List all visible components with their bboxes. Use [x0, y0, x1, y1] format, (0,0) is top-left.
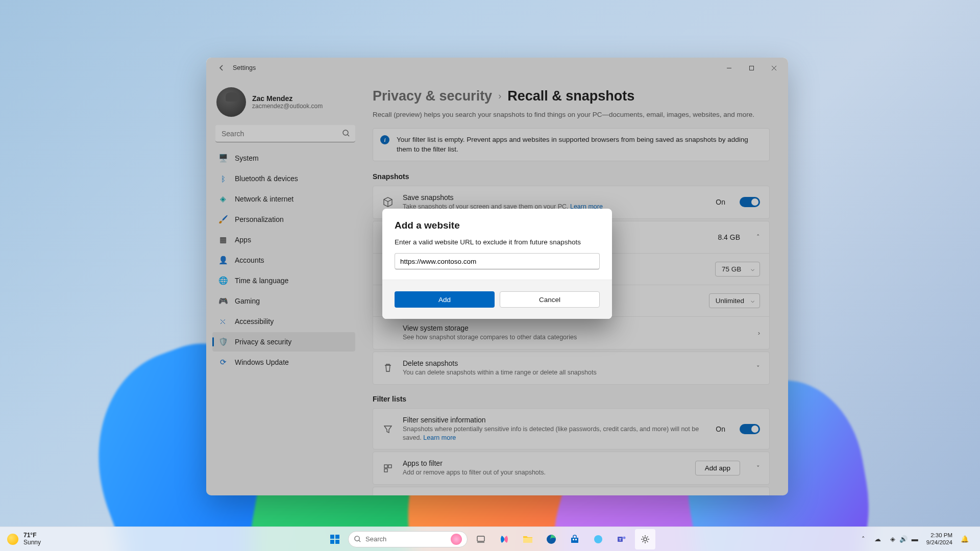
svg-rect-12 [477, 536, 484, 541]
svg-text:T: T [619, 537, 622, 542]
svg-rect-10 [335, 540, 339, 544]
wifi-tray-icon: ◈ [890, 535, 895, 543]
svg-rect-8 [335, 535, 339, 539]
task-view-icon[interactable] [471, 529, 491, 549]
weather-icon [7, 534, 18, 545]
svg-rect-13 [477, 542, 484, 542]
taskbar: 71°F Sunny Search T ˄ ☁ ◈ 🔊 ▬ 2:30 PM 9/… [0, 527, 980, 551]
notifications-icon[interactable]: 🔔 [957, 535, 973, 543]
svg-point-21 [644, 538, 647, 541]
svg-point-11 [355, 536, 359, 541]
file-explorer-icon[interactable] [518, 529, 538, 549]
svg-rect-15 [573, 539, 574, 540]
add-button[interactable]: Add [395, 291, 495, 308]
search-icon [354, 535, 361, 543]
battery-tray-icon: ▬ [912, 535, 918, 543]
svg-rect-9 [330, 540, 334, 544]
modal-description: Enter a valid website URL to exclude it … [395, 238, 600, 246]
taskbar-search[interactable]: Search [348, 531, 468, 547]
copilot-icon[interactable] [494, 529, 514, 549]
copilot-app-icon[interactable] [588, 529, 608, 549]
cancel-button[interactable]: Cancel [500, 291, 600, 308]
taskbar-clock[interactable]: 2:30 PM 9/24/2024 [923, 532, 955, 546]
store-icon[interactable] [565, 529, 585, 549]
start-button[interactable] [325, 529, 345, 549]
add-website-modal: Add a website Enter a valid website URL … [382, 209, 612, 319]
volume-tray-icon: 🔊 [899, 535, 908, 543]
tray-onedrive-icon[interactable]: ☁ [870, 535, 885, 543]
weather-widget[interactable]: 71°F Sunny [7, 532, 41, 546]
svg-point-17 [594, 535, 602, 543]
settings-window: Settings Zac Mendez zacmendez@outlook.co… [206, 58, 788, 495]
svg-rect-16 [575, 539, 577, 540]
modal-scrim[interactable]: Add a website Enter a valid website URL … [206, 58, 788, 495]
search-highlight-icon [451, 534, 462, 545]
edge-icon[interactable] [541, 529, 561, 549]
teams-icon[interactable]: T [611, 529, 632, 549]
website-url-input[interactable] [395, 253, 600, 269]
modal-title: Add a website [395, 220, 600, 231]
settings-app-icon[interactable] [635, 529, 655, 549]
svg-point-20 [623, 536, 626, 539]
tray-chevron[interactable]: ˄ [857, 535, 869, 543]
svg-rect-7 [330, 535, 334, 539]
tray-icons[interactable]: ◈ 🔊 ▬ [886, 535, 922, 543]
